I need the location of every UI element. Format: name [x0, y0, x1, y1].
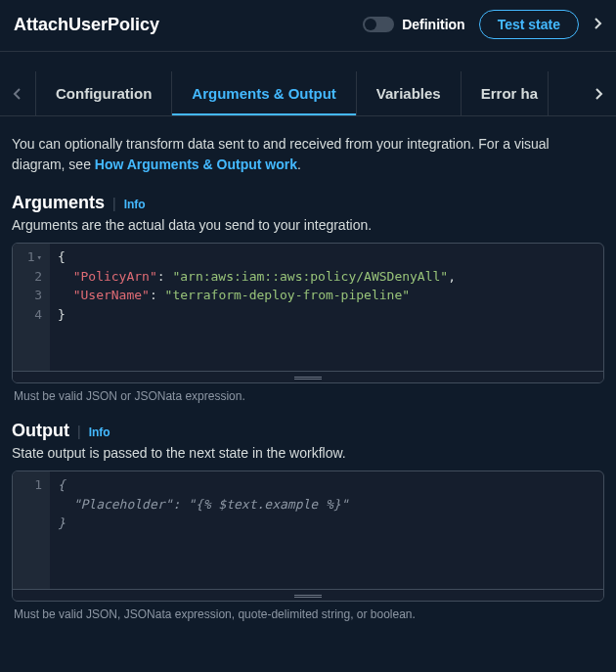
intro-post: .: [297, 157, 301, 172]
arguments-code[interactable]: { "PolicyArn": "arn:aws:iam::aws:policy/…: [50, 244, 603, 371]
tab-configuration[interactable]: Configuration: [35, 71, 172, 115]
arguments-desc: Arguments are the actual data you send t…: [12, 217, 604, 233]
definition-toggle-wrap: Definition: [363, 17, 465, 32]
definition-toggle[interactable]: [363, 17, 394, 32]
tabs: Configuration Arguments & Output Variabl…: [35, 71, 581, 115]
output-info-link[interactable]: Info: [89, 426, 110, 439]
output-resize-handle[interactable]: [13, 589, 603, 601]
tab-scroll-left[interactable]: [0, 72, 35, 115]
output-gutter: 1: [13, 471, 50, 589]
arguments-info-link[interactable]: Info: [124, 198, 146, 211]
tab-bar: Configuration Arguments & Output Variabl…: [0, 71, 616, 116]
tab-scroll-right[interactable]: [581, 72, 616, 115]
arguments-title: Arguments: [12, 193, 105, 213]
arguments-gutter: 1▾ 2 3 4: [13, 244, 50, 371]
tab-arguments-output[interactable]: Arguments & Output: [172, 71, 357, 115]
divider: |: [112, 196, 116, 211]
panel-body: You can optionally transform data sent t…: [0, 116, 616, 621]
page-title: AttachUserPolicy: [14, 15, 363, 35]
tab-error-handling[interactable]: Error ha: [462, 71, 549, 115]
output-desc: State output is passed to the next state…: [12, 445, 604, 461]
intro-text: You can optionally transform data sent t…: [12, 134, 604, 175]
arguments-header: Arguments | Info: [12, 193, 604, 213]
output-header: Output | Info: [12, 421, 604, 441]
definition-toggle-label: Definition: [402, 17, 465, 32]
header: AttachUserPolicy Definition Test state: [0, 0, 616, 52]
collapse-panel-button[interactable]: [593, 16, 602, 34]
output-editor[interactable]: 1 { "Placeholder": "{% $text.example %}"…: [12, 470, 604, 602]
output-hint: Must be valid JSON, JSONata expression, …: [14, 607, 604, 621]
divider: |: [77, 424, 81, 439]
intro-link[interactable]: How Arguments & Output work: [95, 157, 297, 172]
fold-icon: ▾: [37, 252, 42, 262]
arguments-resize-handle[interactable]: [13, 371, 603, 382]
tab-variables[interactable]: Variables: [357, 71, 462, 115]
arguments-hint: Must be valid JSON or JSONata expression…: [14, 389, 604, 403]
arguments-editor[interactable]: 1▾ 2 3 4 { "PolicyArn": "arn:aws:iam::aw…: [12, 243, 604, 383]
output-code[interactable]: { "Placeholder": "{% $text.example %}" }: [50, 471, 603, 589]
test-state-button[interactable]: Test state: [479, 10, 579, 39]
output-title: Output: [12, 421, 69, 441]
